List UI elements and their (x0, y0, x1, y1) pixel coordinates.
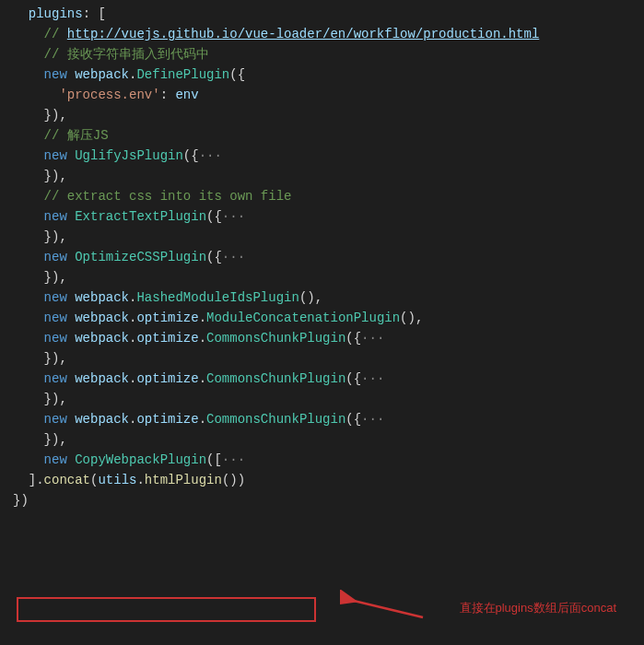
code-line: }), (0, 166, 644, 186)
annotation-highlight-box (17, 597, 316, 622)
url-link[interactable]: http://vuejs.github.io/vue-loader/en/wor… (67, 27, 539, 41)
svg-line-1 (354, 601, 423, 617)
fold-indicator[interactable]: ··· (361, 412, 384, 427)
code-line: }), (0, 348, 644, 369)
code-line: new webpack.optimize.CommonsChunkPlugin(… (0, 409, 644, 429)
code-line: new webpack.HashedModuleIdsPlugin(), (0, 287, 644, 308)
code-line: }), (0, 105, 644, 125)
code-line: }), (0, 389, 644, 409)
code-line: plugins: [ (0, 4, 644, 24)
code-line: new CopyWebpackPlugin([··· (0, 450, 644, 470)
code-line: }), (0, 429, 644, 450)
fold-indicator[interactable]: ··· (222, 209, 245, 224)
code-line: // extract css into its own file (0, 186, 644, 206)
fold-indicator[interactable]: ··· (361, 371, 384, 386)
code-line: 'process.env': env (0, 85, 644, 105)
fold-indicator[interactable]: ··· (222, 250, 245, 264)
code-line: new webpack.optimize.ModuleConcatenation… (0, 308, 644, 328)
annotation-arrow-icon (340, 590, 432, 627)
code-line: // 解压JS (0, 125, 644, 146)
fold-indicator[interactable]: ··· (199, 148, 222, 163)
code-line: new ExtractTextPlugin({··· (0, 206, 644, 227)
code-line: new webpack.optimize.CommonsChunkPlugin(… (0, 328, 644, 348)
code-line: }) (0, 490, 644, 510)
code-line: ].concat(utils.htmlPlugin()) (0, 470, 644, 490)
code-line: // http://vuejs.github.io/vue-loader/en/… (0, 24, 644, 44)
code-line: // 接收字符串插入到代码中 (0, 44, 644, 64)
code-line: new OptimizeCSSPlugin({··· (0, 247, 644, 267)
fold-indicator[interactable]: ··· (361, 331, 384, 346)
annotation-text: 直接在plugins数组后面concat (460, 600, 617, 616)
code-line: }), (0, 267, 644, 287)
code-editor[interactable]: plugins: [ // http://vuejs.github.io/vue… (0, 0, 644, 514)
code-line: new UglifyJsPlugin({··· (0, 146, 644, 166)
property-token: plugins (13, 6, 83, 21)
code-line: }), (0, 227, 644, 247)
fold-indicator[interactable]: ··· (222, 452, 245, 467)
code-line: new webpack.optimize.CommonsChunkPlugin(… (0, 369, 644, 389)
code-line: new webpack.DefinePlugin({ (0, 64, 644, 85)
